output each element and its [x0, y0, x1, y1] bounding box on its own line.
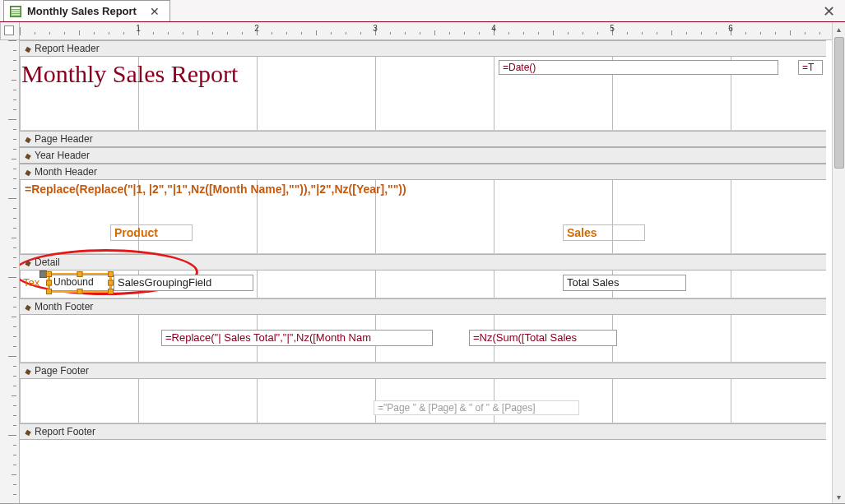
section-bar-label: Year Header [35, 150, 90, 161]
tab-monthly-sales-report[interactable]: Monthly Sales Report ✕ [3, 0, 170, 21]
section-bar-label: Month Header [35, 166, 97, 178]
section-bar-year-header[interactable]: ◆ Year Header [20, 147, 826, 164]
section-bar-month-header[interactable]: ◆ Month Header [20, 164, 826, 180]
tab-close-button[interactable]: ✕ [148, 6, 161, 17]
section-marker-icon: ◆ [24, 167, 33, 178]
section-marker-icon: ◆ [24, 302, 33, 312]
svg-rect-3 [12, 12, 20, 13]
section-bar-page-header[interactable]: ◆ Page Header [20, 131, 826, 147]
selection-handle[interactable] [108, 289, 114, 294]
ruler-inch-label: 5 [610, 24, 615, 33]
section-body-report-header[interactable]: Monthly Sales Report =Date() =T [20, 57, 826, 131]
selection-handle[interactable] [77, 271, 83, 277]
scroll-down-button[interactable]: ▾ [833, 490, 845, 503]
section-body-page-footer[interactable]: ="Page " & [Page] & " of " & [Pages] [20, 379, 826, 423]
section-bar-detail[interactable]: ◆ Detail [20, 254, 826, 270]
ruler-inch-label: 3 [373, 24, 378, 33]
total-sales-textbox[interactable]: Total Sales [563, 275, 686, 291]
ruler-inch-label: 1 [136, 24, 141, 33]
section-bar-label: Page Header [35, 133, 93, 145]
section-marker-icon: ◆ [24, 257, 33, 268]
section-bar-label: Month Footer [35, 301, 93, 312]
horizontal-ruler[interactable]: 123456 [20, 22, 832, 40]
section-body-month-header[interactable]: =Replace(Replace("|1, |2","|1",Nz([Month… [20, 180, 826, 254]
svg-rect-2 [12, 10, 20, 12]
section-bar-label: Detail [35, 257, 60, 268]
tab-title: Monthly Sales Report [27, 5, 137, 17]
section-marker-icon: ◆ [24, 150, 33, 161]
date-textbox[interactable]: =Date() [499, 60, 778, 75]
selection-handle[interactable] [108, 271, 114, 277]
section-body-month-footer[interactable]: =Replace("| Sales Total","|",Nz([Month N… [20, 315, 826, 363]
vertical-scrollbar[interactable]: ▴ ▾ [832, 22, 845, 503]
section-marker-icon: ◆ [24, 427, 33, 437]
selection-handle[interactable] [46, 289, 52, 294]
product-column-label[interactable]: Product [110, 224, 193, 241]
ruler-inch-label: 6 [728, 24, 733, 33]
page-number-expression-textbox[interactable]: ="Page " & [Page] & " of " & [Pages] [374, 400, 579, 415]
section-bar-label: Report Footer [35, 426, 95, 437]
design-canvas[interactable]: ◆ Report Header Monthly Sales Report =Da… [20, 40, 832, 503]
section-bar-label: Page Footer [35, 365, 89, 377]
section-marker-icon: ◆ [24, 44, 33, 54]
scroll-up-button[interactable]: ▴ [833, 22, 845, 35]
report-design-workspace: 123456 ▴ ▾ ◆ Report Header Monthly Sales… [0, 22, 845, 504]
section-bar-report-header[interactable]: ◆ Report Header [20, 40, 826, 57]
selection-handle[interactable] [46, 271, 52, 277]
ruler-corner-selector[interactable] [0, 22, 20, 40]
scroll-thumb[interactable] [834, 37, 844, 169]
design-surface: ◆ Report Header Monthly Sales Report =Da… [20, 40, 826, 440]
section-bar-label: Report Header [35, 43, 100, 54]
selection-handle[interactable] [46, 280, 52, 286]
month-sales-total-sum-expression[interactable]: =Nz(Sum([Total Sales [469, 330, 617, 346]
month-sales-total-label-expression[interactable]: =Replace("| Sales Total","|",Nz([Month N… [161, 330, 433, 346]
report-icon [9, 5, 22, 18]
window-close-button[interactable]: ✕ [819, 2, 838, 21]
section-bar-report-footer[interactable]: ◆ Report Footer [20, 423, 826, 440]
selection-handle[interactable] [108, 280, 114, 286]
sales-grouping-field-textbox[interactable]: SalesGroupingField [114, 275, 253, 291]
ruler-inch-label: 2 [254, 24, 259, 33]
selection-handle[interactable] [77, 289, 83, 294]
svg-rect-4 [12, 14, 20, 16]
time-textbox-fragment[interactable]: =T [798, 60, 823, 75]
unbound-textbox-selected[interactable]: Unbound [49, 275, 110, 291]
month-year-expression-textbox[interactable]: =Replace(Replace("|1, |2","|1",Nz([Month… [21, 182, 811, 197]
svg-rect-1 [12, 7, 20, 9]
section-bar-page-footer[interactable]: ◆ Page Footer [20, 363, 826, 379]
section-marker-icon: ◆ [24, 134, 33, 145]
document-tab-strip: Monthly Sales Report ✕ ✕ [0, 0, 845, 22]
section-bar-month-footer[interactable]: ◆ Month Footer [20, 298, 826, 315]
ruler-inch-label: 4 [491, 24, 496, 33]
vertical-ruler[interactable] [0, 40, 20, 503]
section-body-detail[interactable]: Tex Unbound SalesGroupingField Total Sal… [20, 270, 826, 298]
section-marker-icon: ◆ [24, 366, 33, 377]
report-title-label[interactable]: Monthly Sales Report [21, 60, 238, 88]
sales-column-label[interactable]: Sales [563, 224, 645, 241]
